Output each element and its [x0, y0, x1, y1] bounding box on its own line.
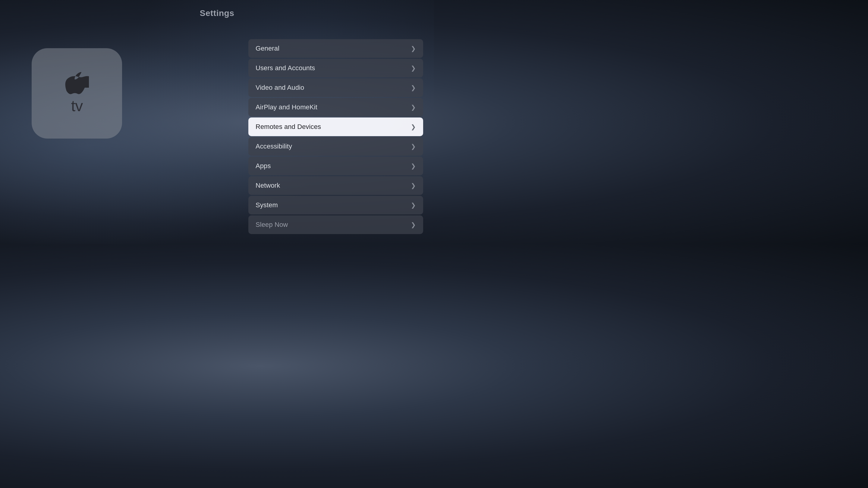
- chevron-right-icon: ❯: [411, 84, 416, 91]
- menu-item-network[interactable]: Network❯: [248, 176, 423, 195]
- menu-item-label-system: System: [255, 201, 278, 209]
- chevron-right-icon: ❯: [411, 162, 416, 170]
- menu-item-label-sleep-now: Sleep Now: [255, 221, 288, 229]
- page-title: Settings: [200, 8, 234, 18]
- menu-item-accessibility[interactable]: Accessibility❯: [248, 137, 423, 156]
- menu-item-general[interactable]: General❯: [248, 39, 423, 58]
- tv-label: tv: [71, 97, 83, 115]
- menu-item-video-and-audio[interactable]: Video and Audio❯: [248, 78, 423, 97]
- menu-item-sleep-now[interactable]: Sleep Now❯: [248, 216, 423, 234]
- menu-item-label-airplay-and-homekit: AirPlay and HomeKit: [255, 103, 317, 111]
- chevron-right-icon: ❯: [411, 123, 416, 130]
- chevron-right-icon: ❯: [411, 143, 416, 150]
- chevron-right-icon: ❯: [411, 182, 416, 189]
- menu-item-label-apps: Apps: [255, 162, 271, 170]
- chevron-right-icon: ❯: [411, 104, 416, 111]
- menu-item-system[interactable]: System❯: [248, 196, 423, 215]
- appletv-logo-box: tv: [32, 48, 122, 138]
- apple-logo-icon: [65, 72, 89, 96]
- menu-item-apps[interactable]: Apps❯: [248, 157, 423, 175]
- menu-item-label-general: General: [255, 44, 279, 53]
- chevron-right-icon: ❯: [411, 201, 416, 209]
- chevron-right-icon: ❯: [411, 64, 416, 72]
- menu-item-airplay-and-homekit[interactable]: AirPlay and HomeKit❯: [248, 98, 423, 117]
- appletv-logo-container: tv: [32, 48, 122, 138]
- chevron-right-icon: ❯: [411, 45, 416, 52]
- menu-item-label-video-and-audio: Video and Audio: [255, 84, 304, 92]
- menu-item-users-and-accounts[interactable]: Users and Accounts❯: [248, 59, 423, 77]
- menu-item-label-remotes-and-devices: Remotes and Devices: [255, 123, 321, 131]
- menu-item-label-users-and-accounts: Users and Accounts: [255, 64, 315, 72]
- menu-item-label-accessibility: Accessibility: [255, 142, 292, 150]
- settings-menu: General❯Users and Accounts❯Video and Aud…: [248, 39, 423, 234]
- chevron-right-icon: ❯: [411, 221, 416, 228]
- menu-item-label-network: Network: [255, 182, 280, 190]
- menu-item-remotes-and-devices[interactable]: Remotes and Devices❯: [248, 118, 423, 136]
